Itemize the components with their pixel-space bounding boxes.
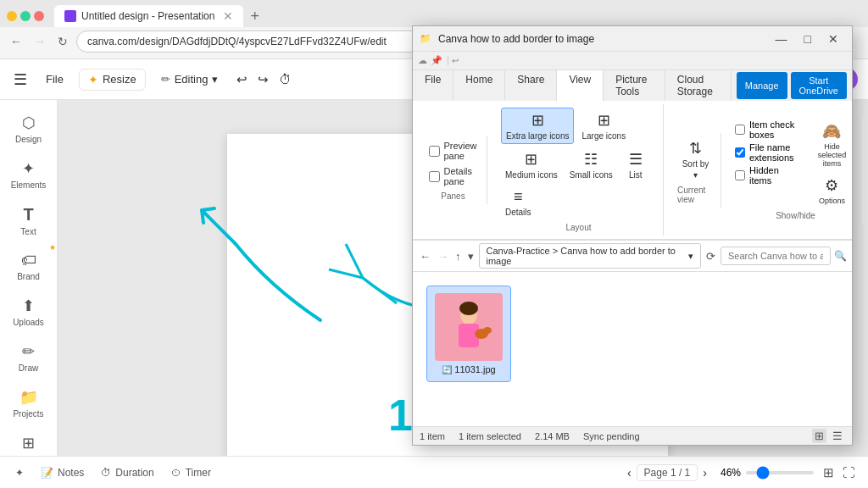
fe-layout-label: Layout xyxy=(565,223,591,232)
fe-tab-cloud[interactable]: Cloud Storage xyxy=(665,70,732,101)
uploads-icon: ⬆ xyxy=(22,297,35,315)
grid-view-btn[interactable]: ⊞ xyxy=(821,463,837,483)
sidebar-item-projects[interactable]: 📁 Projects xyxy=(5,381,53,425)
present-btn[interactable]: ⛶ xyxy=(840,463,858,483)
magic-icon: ✦ xyxy=(15,467,24,479)
sidebar-label-text: Text xyxy=(20,227,36,236)
file-explorer: 📁 Canva how to add border to image — □ ✕… xyxy=(412,25,853,446)
fe-thumb-inner xyxy=(435,293,503,361)
fe-hidden-items-label[interactable]: Hidden items xyxy=(735,165,801,186)
fe-preview-pane-check[interactable] xyxy=(429,146,440,157)
canva-sidebar: ⬡ Design ✦ Elements T Text 🏷 ★ Brand ⬆ U… xyxy=(0,100,58,488)
fe-sort-by-btn[interactable]: ⇅ Sort by ▾ xyxy=(678,136,714,182)
fe-addressbar: ← → ↑ ▾ Canva-Practice > Canva how to ad… xyxy=(413,241,852,272)
fe-file-name-ext-label[interactable]: File name extensions xyxy=(735,142,801,163)
fe-filename: 11031.jpg xyxy=(454,364,495,374)
fe-medium-icons-btn[interactable]: ⊞ Medium icons xyxy=(501,147,562,182)
fe-titlebar-title: Canva how to add border to image xyxy=(438,33,765,45)
fe-hide-selected-btn[interactable]: 🙈 Hide selected items xyxy=(808,119,856,170)
new-tab-btn[interactable]: + xyxy=(250,8,259,25)
sidebar-item-elements[interactable]: ✦ Elements xyxy=(5,152,53,197)
fe-tab-picture-tools[interactable]: Picture Tools xyxy=(604,70,665,101)
fe-hide-options: 🙈 Hide selected items ⚙ Options xyxy=(808,119,856,208)
timer-icon: ⏲ xyxy=(171,467,181,479)
fe-tab-home[interactable]: Home xyxy=(453,70,505,101)
fe-details-pane-check[interactable] xyxy=(429,171,440,182)
prev-page-btn[interactable]: ‹ xyxy=(627,466,632,480)
brand-star-icon: ★ xyxy=(49,243,56,252)
fe-details-pane-btn[interactable]: Details pane xyxy=(425,164,481,188)
undo-btn[interactable]: ↩ xyxy=(233,69,251,91)
fe-item-check-boxes-label[interactable]: Item check boxes xyxy=(735,119,801,140)
tab-close-btn[interactable]: ✕ xyxy=(223,9,233,23)
file-menu-btn[interactable]: File xyxy=(39,69,70,89)
resize-btn[interactable]: ✦ Resize xyxy=(79,69,146,91)
fe-list-view-btn[interactable]: ⊞ xyxy=(812,429,826,443)
browser-tab[interactable]: Untitled design - Presentation ✕ xyxy=(54,5,243,27)
fe-item-check-boxes[interactable] xyxy=(735,125,745,135)
editing-btn[interactable]: ✏ Editing ▾ xyxy=(154,69,225,89)
fe-quick-access: ☁ 📌 ↩ xyxy=(413,52,852,70)
fe-preview-pane-btn[interactable]: Preview pane xyxy=(425,139,481,163)
hamburger-menu[interactable]: ☰ xyxy=(10,67,31,92)
zoom-slider[interactable] xyxy=(746,471,814,474)
timer-btn[interactable]: ⏱ xyxy=(275,69,295,91)
close-btn[interactable] xyxy=(34,11,44,21)
fe-close-btn[interactable]: ✕ xyxy=(821,30,845,47)
minimize-btn[interactable] xyxy=(7,11,17,21)
fe-large-label: Large icons xyxy=(581,131,626,141)
fe-maximize-btn[interactable]: □ xyxy=(798,30,818,47)
fe-up-btn[interactable]: ↑ xyxy=(453,248,463,264)
fe-current-view-group: ⇅ Sort by ▾ Current view xyxy=(670,133,721,208)
fe-hidden-items[interactable] xyxy=(735,170,745,180)
fe-titlebar: 📁 Canva how to add border to image — □ ✕ xyxy=(413,26,852,52)
text-icon: T xyxy=(23,205,33,225)
fe-back-btn[interactable]: ← xyxy=(418,248,432,264)
fe-options-btn[interactable]: ⚙ Options xyxy=(810,174,853,208)
fe-extra-large-icons-btn[interactable]: ⊞ Extra large icons xyxy=(501,108,574,144)
fe-manage-btn[interactable]: Manage xyxy=(737,72,787,99)
timer-btn[interactable]: ⏲ Timer xyxy=(166,463,216,482)
notes-btn[interactable]: 📝 Notes xyxy=(36,463,89,482)
fe-file-name-ext[interactable] xyxy=(735,147,745,158)
fe-detail-view-btn[interactable]: ☰ xyxy=(830,429,845,443)
fe-content[interactable]: 🔄 11031.jpg xyxy=(413,272,852,426)
fe-onedrive-btn[interactable]: Start OneDrive xyxy=(791,72,847,99)
fe-details-btn[interactable]: ≡ Details xyxy=(501,186,536,219)
fe-minimize-btn[interactable]: — xyxy=(769,30,794,47)
fe-tab-file[interactable]: File xyxy=(413,70,453,101)
fe-breadcrumb[interactable]: Canva-Practice > Canva how to add border… xyxy=(479,243,702,269)
sidebar-item-uploads[interactable]: ⬆ Uploads xyxy=(5,290,53,334)
fe-panes-label: Panes xyxy=(441,191,465,201)
maximize-btn[interactable] xyxy=(20,11,31,21)
fe-recent-btn[interactable]: ▾ xyxy=(466,248,476,264)
sidebar-item-brand[interactable]: 🏷 ★ Brand xyxy=(5,245,53,288)
duration-btn[interactable]: ⏱ Duration xyxy=(96,463,159,482)
fe-small-label: Small icons xyxy=(570,170,613,180)
sidebar-item-text[interactable]: T Text xyxy=(5,198,53,243)
redo-btn[interactable]: ↪ xyxy=(254,69,272,91)
magic-btn[interactable]: ✦ xyxy=(10,463,29,482)
fe-show-hide-content: Item check boxes File name extensions Hi… xyxy=(735,119,856,208)
sidebar-item-draw[interactable]: ✏ Draw xyxy=(5,336,53,380)
next-page-btn[interactable]: › xyxy=(703,466,707,480)
fe-search-input[interactable] xyxy=(721,247,831,265)
fe-show-hide-group: Item check boxes File name extensions Hi… xyxy=(728,116,864,224)
forward-btn[interactable]: → xyxy=(31,33,49,50)
window-controls xyxy=(7,11,44,21)
fe-small-icons-btn[interactable]: ☷ Small icons xyxy=(565,147,617,182)
fe-forward-btn[interactable]: → xyxy=(436,248,450,264)
notes-icon: 📝 xyxy=(41,467,53,479)
refresh-btn[interactable]: ↻ xyxy=(54,33,71,50)
fe-tab-view[interactable]: View xyxy=(557,70,604,102)
sidebar-item-design[interactable]: ⬡ Design xyxy=(5,107,53,151)
fe-checkboxes: Item check boxes File name extensions Hi… xyxy=(735,119,801,186)
back-btn[interactable]: ← xyxy=(7,33,25,50)
fe-list-btn[interactable]: ☰ List xyxy=(620,147,651,182)
fe-tab-share[interactable]: Share xyxy=(505,70,557,101)
fe-large-icons-btn[interactable]: ⊞ Large icons xyxy=(577,108,630,143)
fe-refresh-btn[interactable]: ⟳ xyxy=(704,248,717,264)
fe-hide-selected-text: Hide selected items xyxy=(812,142,852,168)
fe-file-item[interactable]: 🔄 11031.jpg xyxy=(426,286,511,382)
duration-icon: ⏱ xyxy=(101,467,111,479)
